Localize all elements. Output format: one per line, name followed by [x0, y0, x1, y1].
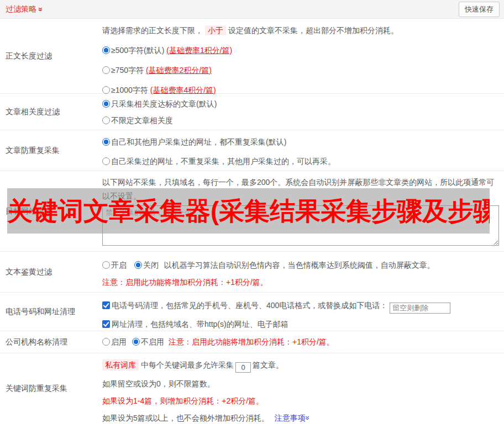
row-content: 电话号码清理，包括常见的手机号、座机号、400电话格式，或替换成如下电话： 网址…: [102, 293, 504, 331]
row-phone-url-clean: 电话号码和网址清理 电话号码清理，包括常见的手机号、座机号、400电话格式，或替…: [0, 293, 504, 331]
porn-filter-warning: 注意：启用此功能将增加积分消耗：+1积分/篇。: [102, 276, 495, 288]
company-clean-enable-option[interactable]: 启用: [102, 337, 127, 347]
checkbox-checked-icon[interactable]: [102, 301, 110, 309]
blocked-domains-textarea[interactable]: [102, 205, 499, 246]
keyword-note-zero: 如果留空或设为0，则不限篇数。: [102, 378, 495, 390]
radio-icon[interactable]: [102, 338, 110, 346]
radio-label[interactable]: 自己采集过的网址，不重复采集，其他用户采集过的，可以再采。: [111, 157, 335, 166]
row-dedup-filter: 文章防重复采集 自己和其他用户采集过的网址，都不重复采集(默认) 自己采集过的网…: [0, 130, 504, 171]
row-content: 以下网站不采集，只填域名，每行一个，最多200个。系统会自动识别并屏蔽那些非文章…: [102, 171, 504, 251]
row-content: 开启 关闭 以机器学习算法自动识别色情内容，当色情概率达到系统阈值，自动屏蔽文章…: [102, 252, 504, 292]
length-option-750[interactable]: ≥750字符 (基础费率2积分/篇): [102, 64, 495, 76]
radio-label[interactable]: ≥750字符: [111, 66, 144, 75]
relevance-option-any[interactable]: 不限定文章相关度: [102, 114, 495, 126]
row-company-clean: 公司机构名称清理 启用 不启用 注意：启用此功能将增加积分消耗：+1积分/篇。: [0, 331, 504, 353]
radio-label[interactable]: 只采集相关度达标的文章(默认): [111, 99, 217, 108]
row-label: 文章防重复采集: [0, 130, 102, 171]
radio-icon[interactable]: [102, 138, 110, 146]
length-filter-desc: 请选择需求的正文长度下限，小于设定值的文章不采集，超出部分不增加积分消耗。: [102, 24, 495, 36]
filter-strategy-page: 过滤策略 » 快速保存 正文长度过滤 请选择需求的正文长度下限，小于设定值的文章…: [0, 0, 504, 424]
radio-label[interactable]: 自己和其他用户采集过的网址，都不重复采集(默认): [111, 137, 286, 146]
radio-icon[interactable]: [102, 157, 110, 165]
keyword-limit-line: 私有词库中每个关键词最多允许采集篇文章。: [102, 359, 495, 373]
row-label: 目标网站过滤: [0, 171, 102, 251]
dedup-option-self[interactable]: 自己采集过的网址，不重复采集，其他用户采集过的，可以再采。: [102, 155, 495, 167]
row-label: 公司机构名称清理: [0, 331, 102, 353]
row-label: 电话号码和网址清理: [0, 293, 102, 331]
radio-label[interactable]: ≥1000字符: [111, 86, 148, 94]
row-content: 自己和其他用户采集过的网址，都不重复采集(默认) 自己采集过的网址，不重复采集，…: [102, 130, 504, 171]
company-clean-warning: 注意：启用此功能将增加积分消耗：+1积分/篇。: [169, 337, 334, 347]
notes-link[interactable]: 注意事项»: [275, 414, 310, 422]
page-title-text: 过滤策略: [6, 4, 36, 14]
chevrons-down-icon: »: [304, 416, 312, 420]
site-filter-desc: 以下网站不采集，只填域名，每行一个，最多200个。系统会自动识别并屏蔽那些非文章…: [102, 176, 499, 203]
row-label: 正文长度过滤: [0, 19, 102, 93]
keyword-note-five: 如果设为5篇或以上，也不会额外增加积分消耗。 注意事项»: [102, 412, 495, 424]
max-articles-input[interactable]: [235, 362, 251, 373]
radio-icon[interactable]: [132, 338, 140, 346]
porn-filter-on-option[interactable]: 开启: [102, 261, 127, 269]
checkbox-label: 电话号码清理，包括常见的手机号、座机号、400电话格式，或替换成如下电话：: [112, 301, 387, 310]
row-label: 文本鉴黄过滤: [0, 252, 102, 292]
porn-filter-desc: 以机器学习算法自动识别色情内容，当色情概率达到系统阈值，自动屏蔽文章。: [164, 261, 435, 269]
row-label: 文章相关度过滤: [0, 94, 102, 130]
row-label: 关键词防重复采集: [0, 353, 102, 424]
row-content: 只采集相关度达标的文章(默认) 不限定文章相关度: [102, 94, 504, 130]
phone-clean-option[interactable]: 电话号码清理，包括常见的手机号、座机号、400电话格式，或替换成如下电话：: [102, 299, 495, 314]
checkbox-checked-icon[interactable]: [102, 320, 110, 328]
topbar: 过滤策略 » 快速保存: [0, 0, 504, 19]
relevance-option-strict[interactable]: 只采集相关度达标的文章(默认): [102, 98, 495, 110]
radio-label[interactable]: 不限定文章相关度: [111, 116, 173, 125]
row-porn-filter: 文本鉴黄过滤 开启 关闭 以机器学习算法自动识别色情内容，当色情概率达到系统阈值…: [0, 252, 504, 293]
radio-icon[interactable]: [134, 261, 142, 269]
porn-filter-off-option[interactable]: 关闭: [134, 261, 159, 269]
option-cost-note: (基础费率1积分/篇): [166, 46, 232, 55]
chevrons-down-icon: »: [37, 7, 45, 12]
radio-icon[interactable]: [102, 116, 110, 124]
url-clean-option[interactable]: 网址清理，包括纯域名、带http(s)的网址、电子邮箱: [102, 318, 495, 330]
replacement-phone-input[interactable]: [390, 303, 450, 314]
keyword-note-cost: 如果设为1-4篇，则增加积分消耗：+2积分/篇。: [102, 395, 495, 407]
option-cost-note: (基础费率2积分/篇): [146, 66, 212, 75]
radio-icon[interactable]: [102, 100, 110, 108]
row-content: 启用 不启用 注意：启用此功能将增加积分消耗：+1积分/篇。: [102, 331, 504, 353]
porn-filter-options: 开启 关闭 以机器学习算法自动识别色情内容，当色情概率达到系统阈值，自动屏蔽文章…: [102, 259, 495, 271]
radio-icon[interactable]: [102, 46, 110, 54]
option-cost-note: (基础费率4积分/篇): [150, 86, 216, 94]
row-keyword-dedup: 关键词防重复采集 私有词库中每个关键词最多允许采集篇文章。 如果留空或设为0，则…: [0, 353, 504, 424]
checkbox-label: 网址清理，包括纯域名、带http(s)的网址、电子邮箱: [112, 320, 288, 328]
radio-label[interactable]: ≥500字符(默认): [111, 46, 164, 55]
row-length-filter: 正文长度过滤 请选择需求的正文长度下限，小于设定值的文章不采集，超出部分不增加积…: [0, 19, 504, 94]
private-lexicon-badge: 私有词库: [102, 359, 139, 370]
radio-icon[interactable]: [102, 86, 110, 94]
row-content: 请选择需求的正文长度下限，小于设定值的文章不采集，超出部分不增加积分消耗。 ≥5…: [102, 19, 504, 93]
page-title[interactable]: 过滤策略 »: [6, 4, 43, 14]
quick-save-button[interactable]: 快速保存: [459, 2, 500, 17]
radio-icon[interactable]: [102, 66, 110, 74]
less-than-highlight: 小于: [205, 25, 226, 35]
length-option-500[interactable]: ≥500字符(默认) (基础费率1积分/篇): [102, 44, 495, 56]
row-relevance-filter: 文章相关度过滤 只采集相关度达标的文章(默认) 不限定文章相关度: [0, 94, 504, 130]
dedup-option-all[interactable]: 自己和其他用户采集过的网址，都不重复采集(默认): [102, 136, 495, 148]
row-site-filter: 目标网站过滤 以下网站不采集，只填域名，每行一个，最多200个。系统会自动识别并…: [0, 171, 504, 252]
row-content: 私有词库中每个关键词最多允许采集篇文章。 如果留空或设为0，则不限篇数。 如果设…: [102, 353, 504, 424]
radio-icon[interactable]: [102, 261, 110, 269]
company-clean-disable-option[interactable]: 不启用: [132, 337, 164, 347]
